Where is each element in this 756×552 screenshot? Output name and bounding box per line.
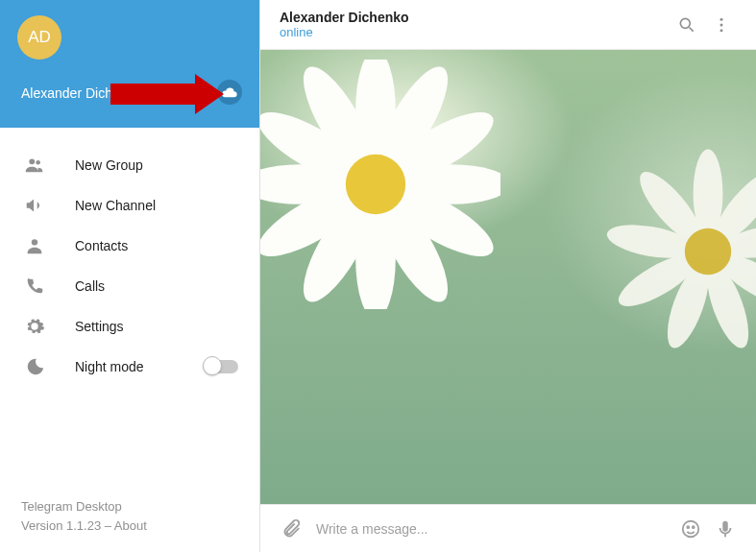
microphone-icon: [715, 518, 736, 540]
emoji-icon: [680, 518, 701, 540]
chat-status: online: [280, 25, 670, 39]
menu-label: Settings: [75, 319, 124, 334]
svg-point-31: [685, 228, 731, 275]
emoji-button[interactable]: [673, 518, 708, 540]
sidebar-footer: Telegram Desktop Version 1.1.23 – About: [0, 497, 259, 552]
night-mode-toggle[interactable]: [204, 360, 238, 373]
sidebar-menu: New Group New Channel Contacts Calls Set…: [0, 128, 259, 497]
channel-icon: [23, 195, 46, 216]
svg-rect-35: [722, 520, 728, 531]
svg-point-33: [687, 526, 689, 528]
menu-label: New Channel: [75, 198, 156, 213]
search-icon: [677, 15, 696, 35]
menu-label: Calls: [75, 278, 105, 294]
svg-point-32: [683, 520, 699, 537]
chat-title-block[interactable]: Alexander Dichenko online: [278, 10, 670, 39]
menu-item-new-channel[interactable]: New Channel: [0, 185, 259, 226]
night-mode-icon: [23, 356, 46, 377]
app-version: Version 1.1.23 –: [21, 518, 114, 533]
menu-label: Night mode: [75, 359, 144, 374]
svg-point-21: [346, 155, 405, 214]
menu-label: Contacts: [75, 238, 128, 253]
chat-background: [260, 50, 756, 504]
svg-point-1: [36, 160, 40, 165]
menu-item-night-mode[interactable]: Night mode: [0, 347, 259, 387]
svg-point-2: [32, 239, 37, 245]
contacts-icon: [23, 235, 46, 256]
app-version-line: Version 1.1.23 – About: [21, 516, 238, 536]
svg-point-34: [693, 526, 695, 528]
paperclip-icon: [280, 518, 302, 540]
sidebar-username[interactable]: Alexander Dichenko: [21, 85, 141, 101]
about-link[interactable]: About: [114, 518, 147, 533]
calls-icon: [23, 276, 46, 297]
menu-button[interactable]: [704, 15, 739, 35]
attach-button[interactable]: [274, 518, 308, 540]
avatar[interactable]: AD: [17, 15, 61, 60]
menu-item-new-group[interactable]: New Group: [0, 145, 259, 185]
svg-point-5: [720, 17, 723, 20]
svg-point-3: [680, 18, 690, 28]
search-button[interactable]: [670, 15, 704, 35]
flower-decoration: [602, 146, 756, 357]
menu-item-calls[interactable]: Calls: [0, 266, 259, 306]
menu-item-settings[interactable]: Settings: [0, 306, 259, 347]
svg-point-6: [720, 23, 723, 26]
chat-title: Alexander Dichenko: [280, 10, 670, 25]
svg-point-7: [720, 29, 723, 32]
group-icon: [23, 155, 46, 176]
settings-icon: [23, 316, 46, 337]
cloud-icon: [222, 86, 237, 98]
svg-point-0: [29, 158, 35, 164]
svg-line-4: [690, 27, 694, 31]
menu-label: New Group: [75, 157, 143, 173]
chat-header: Alexander Dichenko online: [260, 0, 756, 50]
message-bar: [260, 504, 756, 552]
message-input[interactable]: [308, 521, 673, 537]
saved-messages-button[interactable]: [217, 80, 242, 105]
voice-button[interactable]: [708, 518, 743, 540]
main-pane: Alexander Dichenko online: [260, 0, 756, 552]
toggle-knob: [203, 356, 222, 375]
app-name: Telegram Desktop: [21, 497, 238, 516]
menu-item-contacts[interactable]: Contacts: [0, 226, 259, 266]
flower-decoration: [260, 60, 500, 309]
sidebar-header: AD Alexander Dichenko: [0, 0, 259, 128]
kebab-icon: [712, 15, 731, 35]
sidebar: AD Alexander Dichenko New Group New Chan…: [0, 0, 260, 552]
